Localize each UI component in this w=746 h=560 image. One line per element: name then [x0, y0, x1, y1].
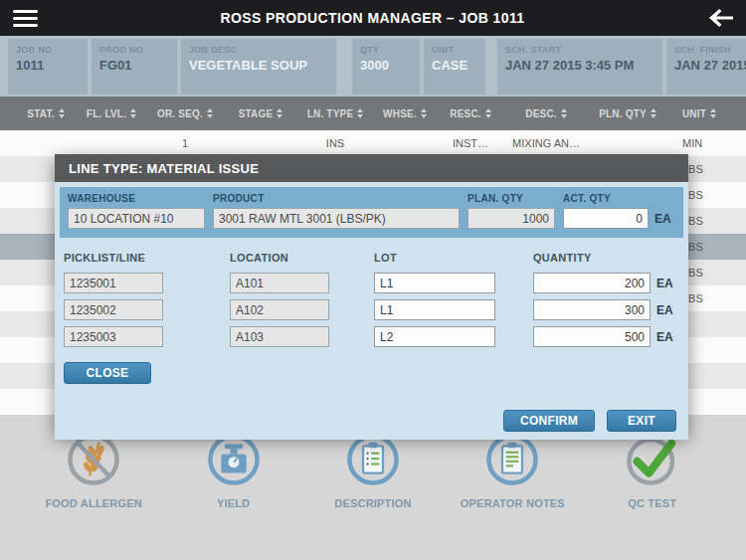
act-qty-input[interactable]: [563, 208, 649, 229]
job-field-value: JAN 27 2015 6:20 PM: [674, 58, 746, 73]
quantity-input[interactable]: [533, 299, 651, 320]
action-description[interactable]: DESCRIPTION: [309, 431, 437, 509]
job-field-value: JAN 27 2015 3:45 PM: [505, 58, 654, 73]
plan-qty-input: [467, 208, 555, 229]
table-row[interactable]: 1INSINST…MIXING AN…MIN: [0, 130, 746, 156]
picklist-line-input: [64, 326, 163, 347]
action-qc-test[interactable]: QC TEST: [589, 431, 716, 509]
column-header-desc[interactable]: DESC.: [504, 108, 588, 119]
column-header-resc[interactable]: RESC.: [437, 108, 504, 119]
column-header-unit[interactable]: UNIT: [667, 108, 731, 119]
action-operator-notes[interactable]: OPERATOR NOTES: [449, 431, 576, 509]
picklist-row: EA: [64, 326, 683, 347]
job-field-label: PROD NO: [99, 45, 169, 55]
app-title: ROSS PRODUCTION MANAGER – JOB 1011: [38, 10, 707, 26]
sort-arrows-icon: [277, 108, 282, 118]
warehouse-field: WAREHOUSE: [68, 193, 205, 229]
action-label: YIELD: [217, 497, 250, 509]
unit-label: EA: [656, 330, 680, 344]
quantity-input[interactable]: [533, 326, 651, 347]
sort-arrows-icon: [710, 108, 716, 118]
sort-arrows-icon: [130, 108, 136, 118]
sort-arrows-icon: [357, 108, 363, 118]
job-field-sch-finish: SCH. FINISHJAN 27 2015 6:20 PM: [666, 39, 746, 94]
issue-header-band: WAREHOUSE PRODUCT PLAN. QTY ACT. QTY EA: [60, 187, 683, 238]
warehouse-label: WAREHOUSE: [68, 193, 205, 204]
action-label: QC TEST: [628, 497, 676, 509]
job-field-value: 1011: [16, 58, 80, 73]
picklist-header: PICKLIST/LINELOCATIONLOTQUANTITY: [64, 252, 683, 264]
unit-label: EA: [656, 277, 680, 290]
cell: MIXING AN…: [504, 137, 588, 149]
menu-icon[interactable]: [13, 10, 38, 27]
job-field-label: JOB NO: [16, 45, 80, 55]
sort-arrows-icon: [485, 108, 491, 118]
column-header-or-seq[interactable]: OR. SEQ.: [146, 108, 224, 119]
column-label: FL. LVL.: [87, 108, 126, 119]
product-label: PRODUCT: [213, 193, 460, 204]
material-issue-dialog: LINE TYPE: MATERIAL ISSUE WAREHOUSE PROD…: [55, 154, 688, 435]
column-label: OR. SEQ.: [157, 108, 203, 119]
act-qty-field: ACT. QTY EA: [563, 193, 675, 229]
column-label: STAT.: [27, 108, 54, 119]
job-field-value: FG01: [99, 58, 169, 73]
sort-arrows-icon: [421, 108, 427, 118]
column-header-fl-lvl[interactable]: FL. LVL.: [77, 108, 146, 119]
dialog-body: WAREHOUSE PRODUCT PLAN. QTY ACT. QTY EA: [55, 182, 688, 440]
column-header-stage[interactable]: STAGE: [224, 108, 297, 119]
column-label: LN. TYPE: [307, 108, 354, 119]
lot-input[interactable]: [374, 273, 495, 293]
close-button[interactable]: CLOSE: [64, 362, 151, 384]
picklist-row: EA: [64, 299, 683, 320]
job-field-unit: UNITCASE: [424, 39, 485, 94]
act-qty-unit: EA: [654, 212, 671, 226]
job-field-value: 3000: [360, 58, 412, 73]
job-field-label: UNIT: [432, 45, 477, 55]
job-field-job-no: JOB NO1011: [8, 39, 88, 94]
confirm-button[interactable]: CONFIRM: [503, 410, 595, 432]
product-field: PRODUCT: [213, 193, 460, 229]
picklist-line-input: [64, 299, 163, 320]
job-field-value: VEGETABLE SOUP: [189, 58, 328, 73]
column-header-whse[interactable]: WHSE.: [373, 108, 437, 119]
job-field-qty: QTY3000: [352, 39, 420, 94]
sort-arrows-icon: [651, 108, 656, 118]
quantity-input[interactable]: [533, 273, 651, 293]
sort-arrows-icon: [561, 108, 567, 118]
column-label: STAGE: [239, 108, 274, 119]
picklist-row: EA: [64, 273, 683, 293]
action-label: DESCRIPTION: [334, 497, 411, 509]
action-label: OPERATOR NOTES: [461, 497, 565, 509]
sort-arrows-icon: [59, 108, 65, 118]
column-label: PLN. QTY: [599, 108, 647, 119]
column-header-ln-type[interactable]: LN. TYPE: [297, 108, 373, 119]
column-label: UNIT: [682, 108, 706, 119]
location-input: [230, 299, 329, 320]
act-qty-label: ACT. QTY: [563, 193, 675, 204]
job-field-value: CASE: [432, 58, 477, 73]
location-input: [230, 326, 329, 347]
dialog-title: LINE TYPE: MATERIAL ISSUE: [55, 154, 688, 182]
plan-qty-label: PLAN. QTY: [467, 193, 555, 204]
dialog-actions: CONFIRM EXIT: [503, 410, 676, 432]
cell: INS: [297, 137, 373, 149]
lot-input[interactable]: [374, 326, 495, 347]
column-header-stat[interactable]: STAT.: [15, 108, 77, 119]
back-arrow-icon[interactable]: [707, 8, 733, 28]
location-input: [230, 273, 329, 293]
job-header: JOB NO1011PROD NOFG01JOB DESCVEGETABLE S…: [0, 36, 746, 96]
job-field-label: SCH. START: [505, 45, 654, 55]
app-screen: ROSS PRODUCTION MANAGER – JOB 1011 JOB N…: [0, 0, 746, 560]
picklist-column-location: LOCATION: [230, 252, 374, 264]
top-bar: ROSS PRODUCTION MANAGER – JOB 1011: [0, 0, 746, 36]
action-food-allergen[interactable]: FOOD ALLERGEN: [30, 431, 157, 509]
picklist-column-quantity: QUANTITY: [533, 252, 651, 264]
lot-input[interactable]: [374, 299, 495, 320]
action-yield[interactable]: YIELD: [170, 431, 297, 509]
job-field-job-desc: JOB DESCVEGETABLE SOUP: [181, 39, 336, 94]
exit-button[interactable]: EXIT: [607, 410, 676, 432]
column-header-pln-qty[interactable]: PLN. QTY: [588, 108, 667, 119]
sort-arrows-icon: [207, 108, 213, 118]
cell: INST…: [437, 137, 504, 149]
job-field-prod-no: PROD NOFG01: [92, 39, 177, 94]
